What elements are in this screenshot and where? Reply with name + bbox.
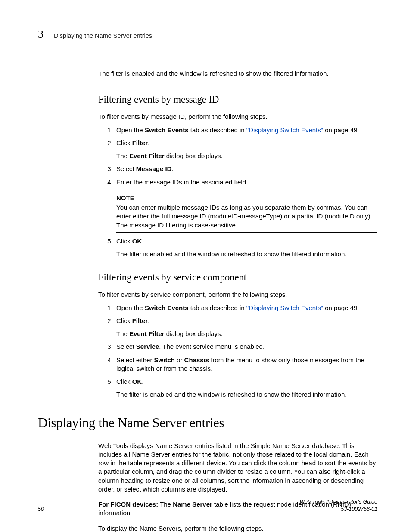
step-substep: The filter is enabled and the window is …: [116, 250, 377, 258]
step-text: The: [116, 330, 129, 337]
step-substep: The Event Filter dialog box displays.: [116, 152, 377, 160]
section1-intro: To filter events by message ID, perform …: [98, 112, 377, 121]
running-header-title: Displaying the Name Server entries: [54, 32, 152, 40]
step-text: tab as described in: [189, 304, 246, 311]
bold-text: Switch: [154, 356, 175, 364]
step-text: Open the: [116, 304, 145, 311]
section2-steps: Open the Switch Events tab as described …: [98, 304, 377, 399]
section-heading-filter-by-message-id: Filtering events by message ID: [98, 93, 377, 106]
page-header: 3 Displaying the Name Server entries: [38, 27, 377, 42]
step-substep: The filter is enabled and the window is …: [116, 390, 377, 399]
step-text: Click: [116, 139, 132, 146]
bold-text: Event Filter: [129, 152, 165, 159]
step-4: Select either Switch or Chassis from the…: [115, 356, 377, 373]
bold-text: Message ID: [136, 165, 172, 172]
step-text: Click: [116, 378, 132, 385]
step-text: tab as described in: [189, 126, 246, 134]
step-text: .: [142, 237, 143, 245]
bold-text: OK: [132, 237, 142, 245]
previous-section-result: The filter is enabled and the window is …: [98, 69, 377, 78]
step-5: Click OK. The filter is enabled and the …: [115, 237, 377, 259]
step-2: Click Filter. The Event Filter dialog bo…: [115, 317, 377, 339]
step-text: Select: [116, 343, 136, 350]
section2-intro: To filter events by service component, p…: [98, 290, 377, 299]
bold-text: Switch Events: [145, 304, 189, 311]
footer-doc-info: Web Tools Administrator's Guide 53-10027…: [300, 498, 377, 513]
step-text: Select: [116, 165, 136, 172]
step-text: Open the: [116, 126, 145, 134]
note-title: NOTE: [116, 194, 377, 202]
step-text: dialog box displays.: [165, 330, 223, 337]
bold-text: Filter: [132, 139, 148, 146]
step-text: Select either: [116, 356, 154, 364]
bold-text: Chassis: [184, 356, 209, 364]
step-text: . The event service menu is enabled.: [159, 343, 265, 350]
step-text: on page 49.: [323, 126, 359, 134]
bold-text: Event Filter: [129, 330, 165, 337]
step-3: Select Message ID.: [115, 165, 377, 173]
body-paragraph-3: To display the Name Servers, perform the…: [98, 524, 377, 532]
section-heading-filter-by-service: Filtering events by service component: [98, 271, 377, 284]
step-3: Select Service. The event service menu i…: [115, 342, 377, 351]
body-paragraph-1: Web Tools displays Name Server entries l…: [98, 442, 377, 494]
cross-reference-link[interactable]: "Displaying Switch Events": [246, 126, 323, 134]
step-text: Click: [116, 237, 132, 245]
bold-text: Service: [136, 343, 159, 350]
bold-text: Filter: [132, 317, 148, 324]
step-text: Click: [116, 317, 132, 324]
bold-text: Switch Events: [145, 126, 189, 134]
footer-doc-id: 53-1002756-01: [341, 506, 377, 512]
step-text: The: [116, 152, 129, 159]
step-text: The filter is enabled and the window is …: [116, 250, 346, 258]
note-body: You can enter multiple message IDs as lo…: [116, 203, 377, 230]
main-heading-name-server: Displaying the Name Server entries: [38, 414, 377, 432]
step-substep: The Event Filter dialog box displays.: [116, 330, 377, 338]
step-5: Click OK. The filter is enabled and the …: [115, 377, 377, 399]
step-2: Click Filter. The Event Filter dialog bo…: [115, 139, 377, 161]
step-text: Enter the message IDs in the associated …: [116, 178, 248, 186]
page-footer: 50 Web Tools Administrator's Guide 53-10…: [38, 498, 377, 513]
step-4: Enter the message IDs in the associated …: [115, 178, 377, 233]
bold-text: OK: [132, 378, 142, 385]
section1-steps: Open the Switch Events tab as described …: [98, 126, 377, 259]
footer-guide-title: Web Tools Administrator's Guide: [300, 499, 377, 505]
step-text: .: [171, 165, 173, 172]
note-callout: NOTE You can enter multiple message IDs …: [116, 191, 377, 233]
step-text: .: [148, 139, 149, 146]
cross-reference-link[interactable]: "Displaying Switch Events": [246, 304, 323, 311]
step-1: Open the Switch Events tab as described …: [115, 304, 377, 312]
step-text: .: [142, 378, 143, 385]
step-text: dialog box displays.: [165, 152, 223, 159]
page-number: 50: [38, 506, 44, 513]
step-1: Open the Switch Events tab as described …: [115, 126, 377, 134]
step-text: on page 49.: [323, 304, 359, 311]
chapter-number: 3: [38, 27, 44, 42]
step-text: The filter is enabled and the window is …: [116, 391, 346, 398]
step-text: .: [148, 317, 149, 324]
step-text: or: [175, 356, 184, 364]
